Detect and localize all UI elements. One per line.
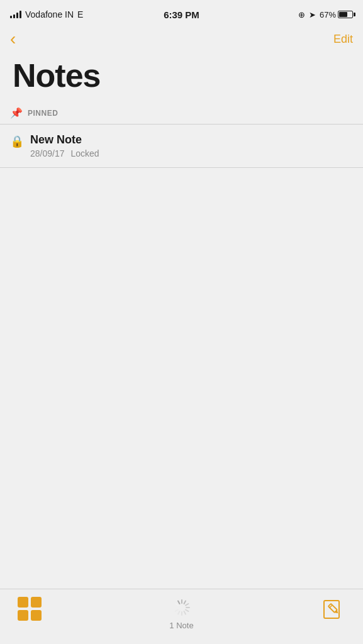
pinned-section-label: PINNED bbox=[28, 109, 58, 118]
svg-line-8 bbox=[175, 610, 177, 612]
svg-line-10 bbox=[175, 604, 177, 606]
svg-line-15 bbox=[330, 605, 332, 608]
navigation-icon: ➤ bbox=[309, 10, 316, 19]
carrier-label: Vodafone IN bbox=[25, 9, 74, 19]
note-title: New Note bbox=[30, 133, 350, 147]
signal-bars-icon bbox=[10, 11, 21, 18]
pin-icon: 📌 bbox=[10, 107, 23, 119]
note-item[interactable]: 🔒 New Note 28/09/17 Locked bbox=[0, 125, 363, 168]
grid-icon bbox=[18, 597, 42, 621]
status-right: ⊕ ➤ 67% bbox=[298, 10, 353, 19]
spinner-icon bbox=[171, 597, 193, 618]
back-button[interactable]: ‹ bbox=[10, 30, 16, 48]
folders-button[interactable] bbox=[18, 597, 42, 621]
note-meta: 28/09/17 Locked bbox=[30, 148, 350, 158]
compose-icon bbox=[321, 597, 345, 621]
note-content: New Note 28/09/17 Locked bbox=[30, 133, 350, 158]
nav-bar: ‹ Edit bbox=[0, 28, 363, 53]
note-count-container: 1 Note bbox=[169, 597, 193, 630]
status-time: 6:39 PM bbox=[164, 9, 199, 20]
battery-percent: 67% bbox=[320, 10, 336, 19]
note-status: Locked bbox=[71, 148, 99, 158]
battery-container: 67% bbox=[320, 10, 353, 19]
location-icon: ⊕ bbox=[298, 10, 305, 19]
bottom-toolbar: 1 Note bbox=[0, 589, 363, 644]
network-type-label: E bbox=[77, 9, 83, 19]
compose-button[interactable] bbox=[321, 597, 345, 621]
svg-line-11 bbox=[178, 601, 180, 604]
page-title: Notes bbox=[13, 57, 350, 94]
svg-line-2 bbox=[186, 604, 188, 606]
note-date: 28/09/17 bbox=[30, 148, 65, 158]
status-left: Vodafone IN E bbox=[10, 9, 83, 19]
svg-line-7 bbox=[178, 611, 180, 614]
status-bar: Vodafone IN E 6:39 PM ⊕ ➤ 67% bbox=[0, 0, 363, 28]
pinned-section-header: 📌 PINNED bbox=[0, 102, 363, 125]
svg-line-4 bbox=[186, 610, 188, 612]
lock-icon: 🔒 bbox=[10, 135, 24, 148]
note-count-label: 1 Note bbox=[169, 621, 193, 630]
edit-button[interactable]: Edit bbox=[333, 33, 353, 46]
page-title-container: Notes bbox=[0, 53, 363, 102]
battery-icon bbox=[338, 11, 353, 18]
svg-line-5 bbox=[184, 611, 186, 614]
svg-line-1 bbox=[184, 601, 186, 604]
